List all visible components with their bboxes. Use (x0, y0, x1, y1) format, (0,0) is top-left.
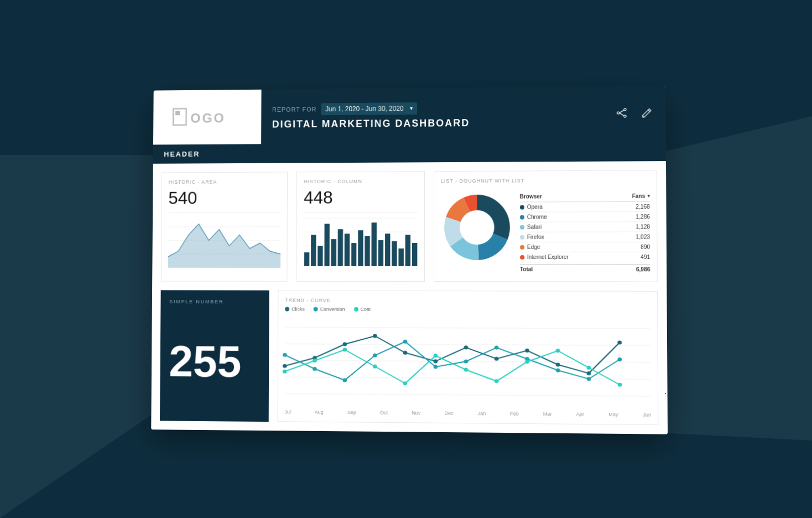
svg-rect-21 (331, 239, 336, 266)
svg-line-41 (285, 327, 650, 328)
svg-rect-26 (365, 236, 370, 266)
svg-rect-17 (304, 252, 309, 266)
x-label: Apr (576, 411, 584, 417)
date-range-select[interactable]: Jun 1, 2020 - Jun 30, 2020 (321, 102, 417, 115)
browser-col-header: Browser (520, 193, 542, 199)
svg-rect-30 (392, 241, 397, 266)
svg-point-69 (617, 357, 622, 361)
clicks-legend-dot (285, 307, 289, 311)
doughnut-chart-wrap (441, 191, 513, 263)
x-label: Dec (445, 410, 454, 416)
bottom-row: SIMPLE NUMBER 255 TREND - CURVE Clicks C… (151, 290, 668, 434)
x-label: May (608, 411, 618, 417)
share-button[interactable] (614, 105, 630, 123)
trend-card: TREND - CURVE Clicks Conversion Cost (278, 290, 659, 424)
trend-chart-container: Jul Aug Sep Oct Nov Dec Jan Feb Mar Apr … (284, 316, 651, 417)
browser-value: 491 (641, 253, 650, 260)
x-label: Jun (643, 412, 651, 417)
svg-point-59 (313, 367, 317, 371)
svg-rect-19 (318, 246, 323, 266)
svg-rect-18 (311, 235, 316, 266)
browser-name: Chrome (520, 214, 547, 220)
browser-dot (520, 245, 524, 249)
x-label: Aug (315, 409, 324, 415)
historic-column-value: 448 (304, 187, 418, 208)
browser-dot (520, 235, 524, 239)
svg-point-77 (495, 379, 499, 383)
browser-value: 890 (641, 244, 650, 250)
simple-number-value: 255 (169, 310, 261, 412)
svg-rect-24 (351, 243, 356, 266)
historic-area-value: 540 (168, 188, 280, 208)
header-bar: OGO REPORT FOR Jun 1, 2020 - Jun 30, 202… (153, 86, 666, 144)
svg-rect-28 (378, 240, 383, 266)
table-row: Chrome 1,286 (520, 212, 650, 222)
x-label: Jan (478, 411, 486, 416)
svg-point-46 (283, 364, 287, 367)
svg-point-81 (618, 382, 622, 386)
svg-point-72 (343, 348, 347, 351)
sort-arrow[interactable]: ▾ (648, 193, 650, 198)
legend-clicks: Clicks (285, 306, 305, 312)
svg-rect-25 (358, 230, 363, 266)
logo-area: OGO (153, 89, 262, 144)
browser-dot (520, 225, 524, 229)
x-label: Mar (543, 411, 552, 416)
doughnut-svg (441, 191, 513, 263)
simple-number-card: SIMPLE NUMBER 255 (160, 290, 269, 422)
svg-rect-22 (338, 229, 343, 266)
edit-icon (641, 107, 652, 118)
svg-point-79 (556, 349, 560, 353)
total-value: 6,986 (636, 266, 650, 272)
dashboard-title: DIGITAL MARKETING DASHBOARD (272, 116, 591, 130)
browser-value: 1,286 (636, 214, 650, 220)
svg-point-76 (464, 367, 469, 371)
doughnut-title: LIST - DOUGHNUT WITH LIST (441, 177, 650, 184)
trend-chart-svg (285, 316, 651, 407)
logo-svg: OGO (172, 106, 242, 128)
svg-rect-29 (385, 234, 390, 266)
browser-name: Firefox (520, 234, 544, 240)
svg-point-53 (495, 356, 499, 360)
charts-row: HISTORIC - AREA 540 (152, 161, 667, 291)
total-label: Total (520, 266, 533, 272)
svg-point-54 (525, 348, 529, 352)
x-label: Oct (380, 410, 388, 415)
x-label: Feb (510, 411, 519, 416)
x-axis-labels: Jul Aug Sep Oct Nov Dec Jan Feb Mar Apr … (284, 407, 651, 417)
table-row: Opera 2,168 (520, 201, 650, 212)
report-for-label: REPORT FOR (272, 105, 316, 112)
svg-point-73 (373, 364, 377, 368)
total-row: Total 6,986 (520, 264, 650, 274)
header-content: REPORT FOR Jun 1, 2020 - Jun 30, 2020 DI… (261, 86, 602, 144)
browser-value: 1,023 (636, 234, 650, 240)
browser-dot (520, 205, 524, 209)
x-label: Nov (412, 410, 420, 416)
svg-rect-32 (405, 235, 410, 266)
historic-column-title: HISTORIC - COLUMN (304, 178, 418, 184)
date-select-wrapper[interactable]: Jun 1, 2020 - Jun 30, 2020 (321, 102, 417, 115)
historic-area-card: HISTORIC - AREA 540 (161, 172, 288, 281)
conversion-label: Conversion (320, 306, 345, 312)
svg-point-4 (624, 115, 626, 117)
browser-value: 1,128 (636, 224, 650, 230)
doughnut-table: Browser Fans ▾ Opera 2,168 (520, 190, 650, 274)
svg-rect-27 (372, 222, 377, 266)
cost-label: Cost (361, 306, 371, 312)
svg-point-50 (403, 350, 408, 354)
doughnut-content: Browser Fans ▾ Opera 2,168 (441, 190, 650, 274)
svg-line-6 (620, 110, 624, 112)
section-header-label: HEADER (164, 149, 200, 158)
svg-point-80 (586, 365, 591, 369)
section-header: HEADER (153, 141, 666, 163)
report-for-row: REPORT FOR Jun 1, 2020 - Jun 30, 2020 (272, 100, 591, 115)
svg-rect-23 (345, 234, 350, 266)
edit-button[interactable] (638, 105, 654, 123)
doughnut-table-header: Browser Fans ▾ (520, 190, 650, 202)
table-row: Edge 890 (520, 242, 650, 252)
legend-cost: Cost (354, 306, 371, 312)
clicks-label: Clicks (292, 306, 305, 312)
historic-area-title: HISTORIC - AREA (169, 179, 281, 185)
area-chart-container (168, 213, 281, 267)
svg-rect-33 (412, 242, 417, 266)
